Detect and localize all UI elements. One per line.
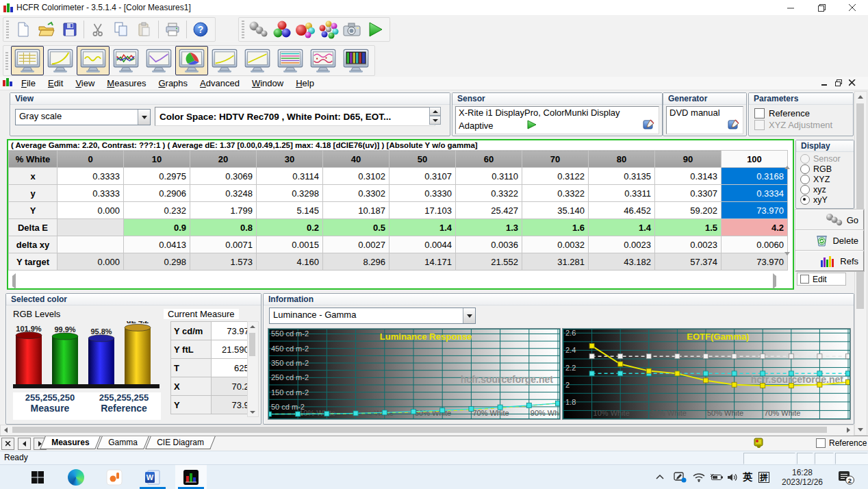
menu-advanced[interactable]: Advanced	[194, 77, 246, 89]
grid-scroll-left-icon[interactable]	[12, 276, 16, 286]
cell[interactable]: 0.3069	[190, 168, 257, 185]
cell[interactable]: 73.970	[722, 202, 788, 219]
minimize-button[interactable]	[776, 0, 806, 15]
tab-gamma[interactable]: Gamma	[97, 436, 149, 449]
view-measures-lines-button[interactable]	[274, 46, 307, 75]
column-header-50[interactable]: 50	[390, 151, 456, 168]
cell[interactable]: 0.3298	[257, 185, 323, 202]
cell[interactable]: 0.000	[58, 253, 124, 271]
cell[interactable]: 0.0032	[522, 236, 589, 253]
toolbar-grip[interactable]	[242, 21, 244, 38]
cell[interactable]: 0.0071	[190, 236, 257, 253]
view-cie-diagram-button[interactable]	[175, 46, 208, 75]
cell[interactable]: 8.296	[323, 253, 390, 271]
cell[interactable]: 0.3311	[589, 185, 655, 202]
tab-close-button[interactable]	[1, 438, 14, 450]
cell[interactable]: 14.171	[390, 253, 456, 271]
menu-view[interactable]: View	[69, 77, 101, 89]
mdi-minimize-button[interactable]	[821, 78, 828, 88]
display-radio-xyy[interactable]: xyY	[800, 195, 850, 205]
grid-scroll-down-icon[interactable]	[784, 255, 790, 266]
copy-button[interactable]	[110, 18, 133, 40]
cell[interactable]: 0.232	[124, 202, 190, 219]
cell[interactable]: 0.0036	[456, 236, 522, 253]
mdi-restore-button[interactable]	[835, 78, 842, 88]
cell[interactable]: 0.000	[58, 202, 124, 219]
cell[interactable]: 0.2906	[124, 185, 190, 202]
measure-secondaries-button[interactable]	[294, 18, 317, 40]
toolbar-grip[interactable]	[6, 21, 9, 38]
row-header-Y-target[interactable]: Y target	[9, 253, 58, 271]
information-view-select[interactable]: Luminance - Gamma	[269, 308, 476, 324]
cell[interactable]: 17.103	[390, 202, 456, 219]
column-header-80[interactable]: 80	[589, 151, 655, 168]
cell[interactable]: 73.970	[722, 253, 788, 271]
menu-window[interactable]: Window	[246, 77, 290, 89]
column-header-60[interactable]: 60	[456, 151, 522, 168]
cell[interactable]: 0.0023	[589, 236, 655, 253]
run-measures-button[interactable]	[363, 18, 387, 40]
column-header-70[interactable]: 70	[522, 151, 589, 168]
cell[interactable]: 0.2975	[124, 168, 190, 185]
view-delta-e-button[interactable]	[208, 46, 241, 75]
save-file-button[interactable]	[58, 18, 81, 40]
cell[interactable]: 0.3122	[522, 168, 589, 185]
cell[interactable]: 0.0015	[257, 236, 323, 253]
cell[interactable]: 21.552	[456, 253, 522, 271]
cell[interactable]: 43.182	[589, 253, 655, 271]
column-header[interactable]: % White	[9, 151, 58, 168]
cell[interactable]: 4.2	[722, 219, 788, 236]
column-header-10[interactable]: 10	[124, 151, 190, 168]
help-button[interactable]: ?	[189, 18, 212, 40]
cell[interactable]: 46.452	[589, 202, 655, 219]
grid-scroll-right-icon[interactable]	[773, 276, 776, 286]
colorspace-spinner[interactable]	[429, 107, 441, 125]
tray-chevron-up-icon[interactable]	[652, 465, 668, 489]
open-file-button[interactable]	[35, 18, 58, 40]
cell[interactable]: 0.0023	[655, 236, 722, 253]
chevron-down-icon[interactable]	[138, 110, 150, 125]
cell[interactable]: 0.0027	[323, 236, 390, 253]
column-header-100[interactable]: 100	[722, 151, 788, 168]
reference-checkbox[interactable]: Reference	[754, 108, 847, 119]
cell[interactable]: 0.3143	[655, 168, 722, 185]
menu-measures[interactable]: Measures	[101, 77, 152, 89]
column-header-0[interactable]: 0	[58, 151, 124, 168]
view-luminance-button[interactable]	[77, 46, 110, 75]
scroll-down-icon[interactable]	[855, 425, 865, 435]
cell[interactable]: 10.187	[323, 202, 390, 219]
tab-prev-button[interactable]	[18, 438, 31, 450]
mdi-close-button[interactable]	[849, 78, 856, 88]
cell[interactable]: 0.3334	[722, 185, 788, 202]
cell[interactable]: 31.281	[522, 253, 589, 271]
spinner-down-icon[interactable]	[429, 116, 441, 125]
cell[interactable]: 0.298	[124, 253, 190, 271]
cell[interactable]	[58, 236, 124, 253]
grid-scroll-up-icon[interactable]	[784, 155, 790, 166]
ime-mode-indicator[interactable]: 拼	[756, 465, 772, 489]
cell[interactable]: 5.145	[257, 202, 323, 219]
measure-grayscale-button[interactable]	[247, 18, 270, 40]
display-radio-xyz[interactable]: xyz	[800, 184, 850, 195]
view-satluminance-button[interactable]	[241, 46, 274, 75]
new-file-button[interactable]	[12, 18, 35, 40]
column-header-90[interactable]: 90	[655, 151, 722, 168]
ime-language-indicator[interactable]: 英	[739, 465, 756, 489]
cell[interactable]: 0.3302	[323, 185, 390, 202]
go-button[interactable]: Go	[795, 210, 864, 230]
row-header-x[interactable]: x	[9, 168, 58, 185]
cell[interactable]: 0.3107	[390, 168, 456, 185]
cell[interactable]: 25.427	[456, 202, 522, 219]
cell[interactable]: 0.3330	[390, 185, 456, 202]
edit-checkbox-box[interactable]	[800, 275, 809, 284]
view-noise-button[interactable]	[307, 46, 340, 75]
measure-colorchecker-button[interactable]	[317, 18, 340, 40]
scroll-down-icon[interactable]	[248, 408, 257, 416]
spinner-up-icon[interactable]	[429, 107, 441, 116]
cell[interactable]: 0.3333	[58, 185, 124, 202]
horizontal-scrollbar[interactable]	[0, 425, 854, 436]
cell[interactable]: 1.6	[522, 219, 589, 236]
reference-checkbox-box[interactable]	[816, 438, 826, 448]
delete-button[interactable]: Delete	[795, 230, 864, 251]
display-radio-rgb[interactable]: RGB	[800, 164, 850, 174]
